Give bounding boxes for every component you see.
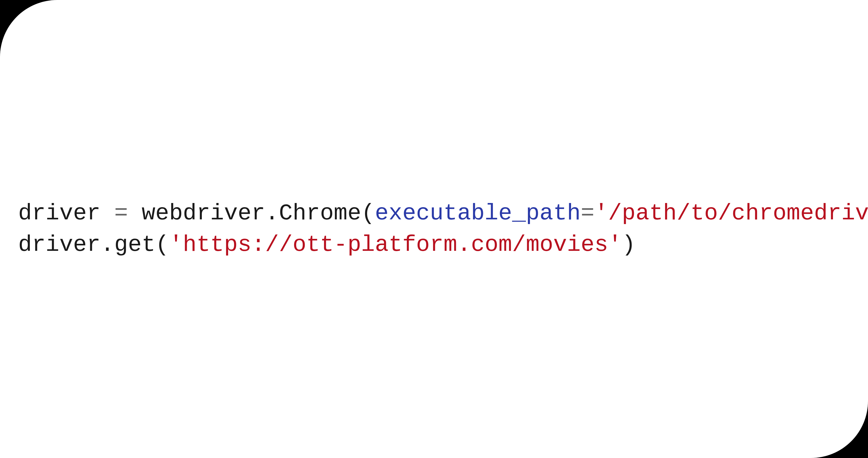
code-card: driver = webdriver.Chrome(executable_pat… bbox=[0, 0, 868, 458]
code-token: driver bbox=[18, 201, 114, 226]
code-token: = bbox=[114, 201, 128, 226]
code-token: webdriver.Chrome( bbox=[128, 201, 375, 226]
code-token: executable_path bbox=[375, 201, 581, 226]
code-token: '/path/to/chromedriver' bbox=[594, 201, 868, 226]
code-token: = bbox=[581, 201, 594, 226]
code-block: driver = webdriver.Chrome(executable_pat… bbox=[18, 197, 868, 261]
code-token: driver.get( bbox=[18, 232, 169, 257]
code-token: 'https://ott-platform.com/movies' bbox=[169, 232, 622, 257]
code-token: ) bbox=[622, 232, 636, 257]
